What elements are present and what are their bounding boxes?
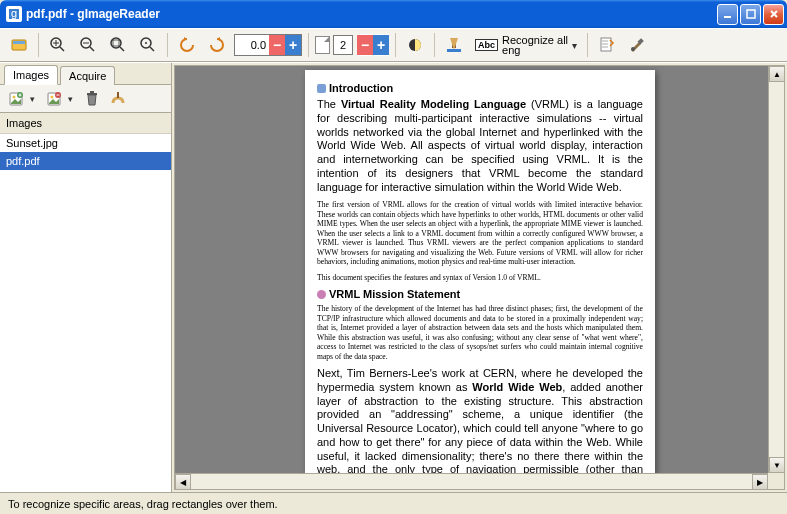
preferences-button[interactable] bbox=[624, 32, 650, 58]
remove-menu-arrow[interactable]: ▾ bbox=[68, 94, 78, 104]
app-icon: g bbox=[6, 6, 22, 22]
add-image-button[interactable] bbox=[4, 87, 28, 111]
doc-heading-1: Introduction bbox=[317, 82, 643, 94]
doc-h2-text: VRML Mission Statement bbox=[329, 288, 460, 300]
svg-rect-26 bbox=[117, 92, 119, 98]
zoom-in-button[interactable] bbox=[45, 32, 71, 58]
rotation-decrement[interactable]: − bbox=[269, 35, 285, 55]
doc-paragraph: The history of the development of the In… bbox=[317, 304, 643, 361]
page-canvas: Introduction The Virtual Reality Modelin… bbox=[305, 70, 655, 490]
separator bbox=[38, 33, 39, 57]
recognize-label-2: eng bbox=[502, 45, 568, 55]
page-selector bbox=[315, 35, 353, 55]
sources-panel-button[interactable] bbox=[6, 32, 32, 58]
doc-h1-text: Introduction bbox=[329, 82, 393, 94]
svg-rect-5 bbox=[13, 41, 25, 44]
close-button[interactable] bbox=[763, 4, 784, 25]
scroll-track[interactable] bbox=[769, 82, 784, 457]
svg-point-8 bbox=[111, 38, 121, 48]
autodetect-layout-button[interactable] bbox=[441, 32, 467, 58]
main-toolbar: − + − + Abc Recognize all eng ▾ bbox=[0, 28, 787, 62]
file-list: Sunset.jpg pdf.pdf bbox=[0, 134, 171, 492]
doc-heading-2: VRML Mission Statement bbox=[317, 288, 643, 300]
rotate-left-button[interactable] bbox=[174, 32, 200, 58]
zoom-fit-button[interactable] bbox=[105, 32, 131, 58]
clear-list-button[interactable] bbox=[106, 87, 130, 111]
rotation-increment[interactable]: + bbox=[285, 35, 301, 55]
scroll-left-button[interactable]: ◀ bbox=[175, 474, 191, 490]
separator bbox=[308, 33, 309, 57]
svg-rect-2 bbox=[724, 16, 731, 18]
svg-point-22 bbox=[51, 95, 54, 98]
document-viewer[interactable]: Introduction The Virtual Reality Modelin… bbox=[174, 65, 785, 490]
svg-point-19 bbox=[13, 95, 16, 98]
vertical-scrollbar[interactable]: ▲ ▼ bbox=[768, 66, 784, 473]
doc-paragraph: This document specifies the features and… bbox=[317, 273, 643, 282]
recognize-button[interactable]: Abc Recognize all eng ▾ bbox=[471, 33, 581, 57]
horizontal-scrollbar[interactable]: ◀ ▶ bbox=[175, 473, 768, 489]
page-input[interactable] bbox=[333, 35, 353, 55]
rotation-spinner: − + bbox=[234, 34, 302, 56]
separator bbox=[395, 33, 396, 57]
separator bbox=[167, 33, 168, 57]
zoom-out-button[interactable] bbox=[75, 32, 101, 58]
remove-image-button[interactable] bbox=[42, 87, 66, 111]
abc-icon: Abc bbox=[475, 39, 498, 51]
rotation-input[interactable] bbox=[235, 35, 269, 55]
separator bbox=[587, 33, 588, 57]
scroll-right-button[interactable]: ▶ bbox=[752, 474, 768, 490]
window-title: pdf.pdf - gImageReader bbox=[26, 7, 717, 21]
tab-images[interactable]: Images bbox=[4, 65, 58, 85]
rotate-right-button[interactable] bbox=[204, 32, 230, 58]
svg-rect-14 bbox=[447, 49, 461, 52]
delete-image-button[interactable] bbox=[80, 87, 104, 111]
doc-paragraph: Next, Tim Berners-Lee's work at CERN, wh… bbox=[317, 367, 643, 490]
sidebar-tabs: Images Acquire bbox=[0, 63, 171, 85]
scroll-up-button[interactable]: ▲ bbox=[769, 66, 785, 82]
minimize-button[interactable] bbox=[717, 4, 738, 25]
page-decrement[interactable]: − bbox=[357, 35, 373, 55]
sidebar: Images Acquire ▾ ▾ Images Sunset.jpg pdf… bbox=[0, 63, 172, 492]
tab-acquire[interactable]: Acquire bbox=[60, 66, 115, 85]
scrollbar-corner bbox=[768, 473, 784, 489]
svg-point-17 bbox=[631, 47, 635, 51]
sidebar-toolbar: ▾ ▾ bbox=[0, 85, 171, 113]
svg-point-11 bbox=[145, 42, 147, 44]
chevron-down-icon: ▾ bbox=[572, 40, 577, 51]
maximize-button[interactable] bbox=[740, 4, 761, 25]
brightness-contrast-button[interactable] bbox=[402, 32, 428, 58]
svg-text:g: g bbox=[11, 8, 17, 19]
statusbar: To recognize specific areas, drag rectan… bbox=[0, 492, 787, 514]
svg-rect-9 bbox=[113, 40, 119, 46]
add-menu-arrow[interactable]: ▾ bbox=[30, 94, 40, 104]
separator bbox=[434, 33, 435, 57]
bullet-icon bbox=[317, 84, 326, 93]
svg-rect-24 bbox=[87, 93, 97, 95]
doc-paragraph: The Virtual Reality Modeling Language (V… bbox=[317, 98, 643, 194]
titlebar: g pdf.pdf - gImageReader bbox=[0, 0, 787, 28]
page-spinner: − + bbox=[357, 34, 389, 56]
status-text: To recognize specific areas, drag rectan… bbox=[8, 498, 278, 510]
svg-rect-25 bbox=[90, 91, 94, 93]
window-controls bbox=[717, 4, 784, 25]
scroll-track[interactable] bbox=[191, 474, 752, 489]
zoom-original-button[interactable] bbox=[135, 32, 161, 58]
doc-paragraph: The first version of VRML allows for the… bbox=[317, 200, 643, 266]
page-increment[interactable]: + bbox=[373, 35, 389, 55]
output-pane-button[interactable] bbox=[594, 32, 620, 58]
svg-rect-3 bbox=[747, 10, 755, 18]
recognize-label-stack: Recognize all eng bbox=[502, 35, 568, 55]
sidebar-heading: Images bbox=[0, 113, 171, 134]
work-area: Images Acquire ▾ ▾ Images Sunset.jpg pdf… bbox=[0, 62, 787, 492]
list-item[interactable]: Sunset.jpg bbox=[0, 134, 171, 152]
scroll-down-button[interactable]: ▼ bbox=[769, 457, 785, 473]
bullet-icon bbox=[317, 290, 326, 299]
list-item[interactable]: pdf.pdf bbox=[0, 152, 171, 170]
page-icon bbox=[315, 36, 330, 54]
